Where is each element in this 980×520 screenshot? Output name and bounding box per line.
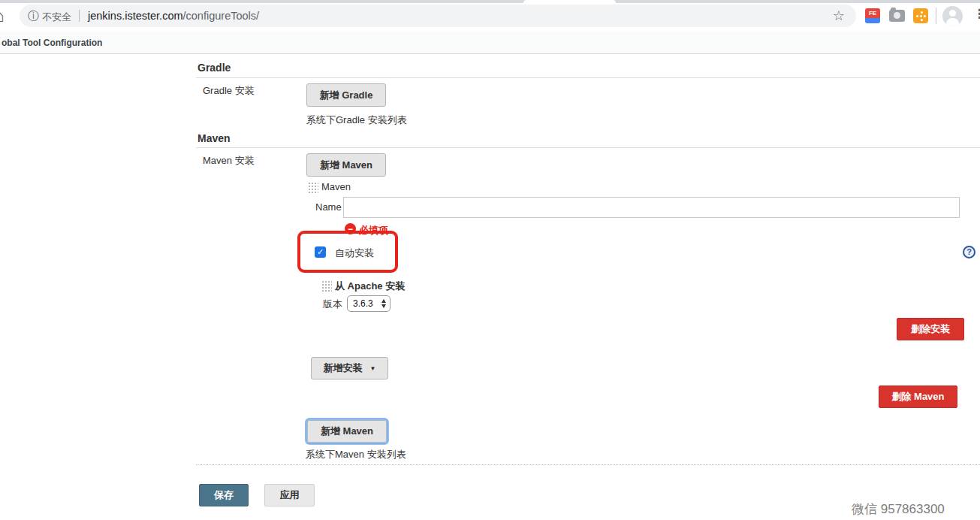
gradle-list-hint: 系统下Gradle 安装列表 [306,113,407,127]
gradle-section-heading: Gradle [198,62,231,74]
select-arrows-icon [381,299,386,308]
home-icon[interactable]: ⌂ [0,4,5,26]
address-bar[interactable]: ⓘ 不安全 jenkins.istester.com/configureTool… [20,5,856,27]
required-error-icon: − [345,223,356,234]
breadcrumb-bar: obal Tool Configuration [0,32,980,54]
watermark-text: 微信 957863300 [852,500,945,518]
delete-installer-button[interactable]: 删除安装 [897,318,964,340]
maven-section-divider [196,147,980,148]
extension-fe-icon[interactable]: FE [865,8,880,23]
profile-avatar[interactable] [942,6,963,26]
tab-strip [0,0,980,3]
extension-dots-icon[interactable] [913,8,928,23]
gradle-install-label: Gradle 安装 [203,84,255,98]
url-path: /configureTools/ [183,10,260,22]
gradle-section-divider [196,77,980,78]
name-label: Name [315,201,342,213]
add-installer-label: 新增安装 [324,361,363,375]
extension-fe-bar [865,18,880,23]
version-select[interactable]: 3.6.3 [347,295,390,312]
extension-fe-label: FE [865,8,880,18]
version-value: 3.6.3 [353,298,373,309]
bookmark-star-icon[interactable]: ☆ [833,8,845,24]
browser-menu-icon[interactable]: ⋮ [973,6,980,22]
page-title: obal Tool Configuration [2,38,102,48]
maven-item-title: Maven [321,181,351,192]
maven-section-heading: Maven [198,132,231,144]
toolbar-separator [936,8,936,24]
configure-tools-form: Gradle Gradle 安装 新增 Gradle 系统下Gradle 安装列… [0,54,980,520]
address-separator [79,10,80,22]
page-info-icon[interactable]: ⓘ [28,10,39,22]
active-tab[interactable] [523,0,616,3]
add-gradle-button[interactable]: 新增 Gradle [306,83,386,107]
form-dotted-divider [196,464,980,465]
maven-install-label: Maven 安装 [203,154,255,168]
caret-down-icon: ▼ [370,365,376,372]
delete-maven-button[interactable]: 删除 Maven [879,385,957,408]
add-maven-button-bottom[interactable]: 新增 Maven [307,420,387,443]
add-installer-dropdown-button[interactable]: 新增安装 ▼ [311,357,388,379]
auto-install-label: 自动安装 [335,246,374,260]
drag-handle-icon[interactable] [308,182,318,193]
save-button[interactable]: 保存 [199,484,249,506]
url-text[interactable]: jenkins.istester.com/configureTools/ [88,10,259,22]
auto-install-checkbox[interactable]: ✓ [315,246,326,258]
extension-camera-icon[interactable] [889,10,905,22]
help-icon[interactable]: ? [963,246,975,258]
maven-name-input[interactable] [343,197,960,218]
add-maven-button-top[interactable]: 新增 Maven [306,153,386,177]
url-domain: jenkins.istester.com [88,10,183,22]
security-label[interactable]: 不安全 [42,11,71,24]
apply-button[interactable]: 应用 [264,484,315,506]
install-from-apache-heading: 从 Apache 安装 [335,280,405,293]
maven-list-hint: 系统下Maven 安装列表 [306,448,406,461]
drag-handle-icon[interactable] [321,280,332,292]
version-label: 版本 [323,298,342,311]
browser-toolbar: ⌂ ⓘ 不安全 jenkins.istester.com/configureTo… [0,0,980,32]
required-error-text: 必填项 [359,224,388,237]
